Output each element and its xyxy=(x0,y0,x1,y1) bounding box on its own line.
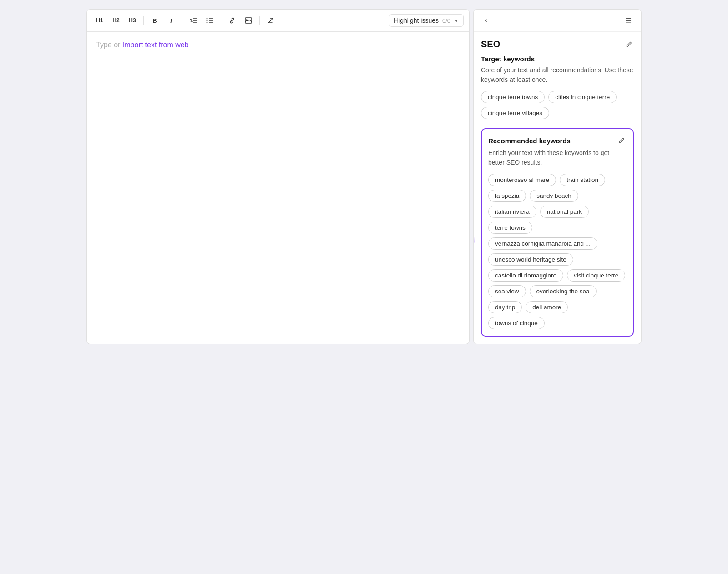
keyword-tag-day-trip[interactable]: day trip xyxy=(488,301,522,313)
recommended-header: Recommended keywords xyxy=(488,136,627,146)
seo-panel-header: ‹ ☰ xyxy=(474,10,641,32)
keyword-tag-vernazza[interactable]: vernazza corniglia manarola and ... xyxy=(488,237,597,250)
divider-3 xyxy=(221,16,221,25)
editor-panel: H1 H2 H3 B I 1. xyxy=(86,9,470,344)
keyword-tag-visit-cinque-terre[interactable]: visit cinque terre xyxy=(567,269,625,282)
svg-point-6 xyxy=(207,22,208,23)
seo-panel: ‹ ☰ SEO Target keywords Core of your tex… xyxy=(473,9,642,344)
highlight-dropdown[interactable]: Highlight issues 0/0 ▼ xyxy=(389,14,464,27)
keyword-tag-sandy-beach[interactable]: sandy beach xyxy=(530,190,578,202)
recommended-edit-icon[interactable] xyxy=(617,136,627,146)
ordered-list-icon: 1. xyxy=(190,17,197,24)
seo-panel-content: SEO Target keywords Core of your text an… xyxy=(474,32,641,344)
target-keywords-section: Target keywords Core of your text and al… xyxy=(481,55,634,119)
divider-4 xyxy=(259,16,260,25)
toolbar: H1 H2 H3 B I 1. xyxy=(87,10,469,32)
keyword-tag-castello[interactable]: castello di riomaggiore xyxy=(488,269,563,282)
keyword-tag-sea-view[interactable]: sea view xyxy=(488,285,526,297)
keyword-tag-towns-of-cinque[interactable]: towns of cinque xyxy=(488,317,545,329)
svg-point-4 xyxy=(207,18,208,20)
keyword-tag-cities-cinque-terre[interactable]: cities in cinque terre xyxy=(548,91,617,103)
italic-button[interactable]: I xyxy=(164,13,178,28)
app-container: H1 H2 H3 B I 1. xyxy=(86,9,642,344)
keyword-tag-overlooking-sea[interactable]: overlooking the sea xyxy=(530,285,597,297)
target-keywords-description: Core of your text and all recommendation… xyxy=(481,65,634,85)
keyword-tag-terre-towns[interactable]: terre towns xyxy=(488,222,532,234)
image-icon xyxy=(245,17,252,24)
back-button[interactable]: ‹ xyxy=(480,14,493,27)
chevron-down-icon: ▼ xyxy=(454,18,459,23)
keyword-tag-cinque-terre-villages[interactable]: cinque terre villages xyxy=(481,107,549,119)
editor-body[interactable]: Type or Import text from web xyxy=(87,32,469,344)
menu-button[interactable]: ☰ xyxy=(622,14,635,27)
link-button[interactable] xyxy=(225,13,239,28)
clear-format-icon xyxy=(267,17,274,24)
keyword-tag-cinque-terre-towns[interactable]: cinque terre towns xyxy=(481,91,545,103)
seo-edit-icon[interactable] xyxy=(624,40,634,50)
keyword-tag-dell-amore[interactable]: dell amore xyxy=(526,301,568,313)
h1-button[interactable]: H1 xyxy=(92,13,107,28)
keyword-tag-la-spezia[interactable]: la spezia xyxy=(488,190,526,202)
recommended-keywords-tags: monterosso al mare train station la spez… xyxy=(488,174,627,329)
recommended-keywords-description: Enrich your text with these keywords to … xyxy=(488,148,627,167)
recommended-keywords-title: Recommended keywords xyxy=(488,137,571,145)
divider-1 xyxy=(143,16,144,25)
unordered-list-icon xyxy=(206,17,213,24)
clear-format-button[interactable] xyxy=(263,13,278,28)
keyword-tag-unesco[interactable]: unesco world heritage site xyxy=(488,253,573,266)
svg-point-5 xyxy=(207,20,208,21)
seo-section-title: SEO xyxy=(481,39,634,50)
keyword-tag-italian-riviera[interactable]: italian riviera xyxy=(488,206,536,218)
bold-button[interactable]: B xyxy=(147,13,162,28)
import-link[interactable]: Import text from web xyxy=(122,41,189,49)
recommended-keywords-section: Recommended keywords Enrich your text wi… xyxy=(481,128,634,337)
link-icon xyxy=(228,17,236,24)
h2-button[interactable]: H2 xyxy=(109,13,123,28)
keyword-tag-train-station[interactable]: train station xyxy=(560,174,605,186)
highlight-score: 0/0 xyxy=(442,17,450,24)
highlight-label: Highlight issues xyxy=(394,17,439,24)
divider-2 xyxy=(182,16,182,25)
ordered-list-button[interactable]: 1. xyxy=(186,13,201,28)
h3-button[interactable]: H3 xyxy=(125,13,140,28)
unordered-list-button[interactable] xyxy=(202,13,217,28)
target-keywords-tags: cinque terre towns cities in cinque terr… xyxy=(481,91,634,119)
target-keywords-title: Target keywords xyxy=(481,55,634,63)
keyword-tag-national-park[interactable]: national park xyxy=(540,206,589,218)
editor-placeholder: Type or Import text from web xyxy=(96,41,189,49)
keyword-tag-monterosso[interactable]: monterosso al mare xyxy=(488,174,556,186)
image-button[interactable] xyxy=(241,13,256,28)
